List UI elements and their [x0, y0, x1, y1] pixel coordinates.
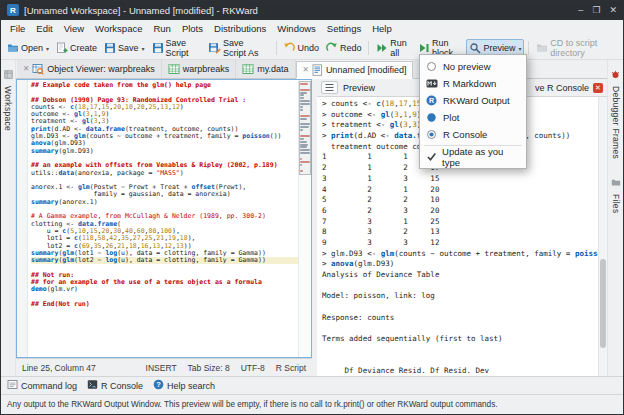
- toolview-button-help-search[interactable]: ?Help search: [153, 379, 215, 392]
- tab-label: warpbreaks: [183, 64, 230, 74]
- preview-menu-item-update-as-you-type[interactable]: Update as you type: [420, 148, 526, 165]
- tab-unnamed-modified[interactable]: ✕Unnamed [modified]: [296, 61, 414, 79]
- folder-gray-icon: [536, 42, 548, 54]
- undo-icon: [283, 42, 295, 54]
- toolbar-button-label: CD to script directory: [550, 38, 617, 58]
- preview-title: Preview: [343, 83, 375, 93]
- insert-mode-indicator[interactable]: INSERT: [146, 363, 177, 373]
- check-icon: [425, 151, 437, 162]
- save-script-button[interactable]: Save Script: [149, 35, 204, 61]
- save-button[interactable]: Save▾: [101, 39, 148, 57]
- menu-item-label: No preview: [443, 61, 491, 72]
- save-as-icon: [208, 42, 221, 54]
- console-line: Response: counts: [322, 313, 598, 324]
- toolbar-button-label: Preview: [483, 43, 515, 53]
- console-line: 6 2 3 20: [322, 206, 598, 217]
- preview-console-caption: ve R Console: [535, 83, 589, 93]
- radio-off-icon: [425, 61, 438, 72]
- toolbar-button-label: Run all: [390, 38, 411, 58]
- rkward-window: R [Unnamed Workspace] - Unnamed [modifie…: [0, 0, 624, 415]
- preview-menu-item-no-preview[interactable]: No preview: [420, 58, 526, 75]
- close-tab-icon[interactable]: ✕: [23, 65, 29, 73]
- menu-windows[interactable]: Windows: [272, 22, 321, 35]
- toolview-button-command-log[interactable]: Command log: [7, 379, 77, 392]
- toolbar-button-label: Redo: [340, 43, 362, 53]
- tab-warpbreaks[interactable]: warpbreaks: [162, 60, 237, 78]
- menu-item-label: R Markdown: [443, 78, 496, 89]
- window-title: [Unnamed Workspace] - Unnamed [modified]…: [24, 5, 258, 16]
- dataframe-icon: [168, 63, 180, 75]
- preview-menu-item-r-console[interactable]: R Console: [420, 126, 526, 143]
- svg-text:R: R: [10, 6, 16, 15]
- chevron-down-icon: ▾: [142, 45, 145, 52]
- toolview-label: Workspace: [3, 86, 13, 131]
- menu-edit[interactable]: Edit: [31, 22, 57, 35]
- preview-menu-item-plot[interactable]: Plot: [420, 109, 526, 126]
- save-script-as-button[interactable]: Save Script As: [205, 35, 272, 61]
- toolview-label: Help search: [167, 381, 215, 391]
- preview-menu-item-r-markdown[interactable]: R Markdown: [420, 75, 526, 92]
- editor-status-bar: Line 25, Column 47 INSERT Tab Size: 8 UT…: [16, 358, 312, 376]
- redo-button[interactable]: Redo: [323, 39, 365, 57]
- minimap-viewport[interactable]: [299, 81, 311, 175]
- toolbar-button-label: Save Script: [166, 38, 201, 58]
- menu-settings[interactable]: Settings: [322, 22, 366, 35]
- preview-menu-item-rkward-output[interactable]: RRKWard Output: [420, 92, 526, 109]
- toolview-label: R Console: [101, 381, 143, 391]
- editor-minimap-scrollbar[interactable]: [298, 80, 311, 357]
- workspace-icon: [4, 65, 13, 83]
- open-button[interactable]: Open▾: [4, 39, 52, 57]
- toolview-button-debugger-frames[interactable]: Debugger Frames: [611, 65, 621, 159]
- console-line: 7 3 1 25: [322, 217, 598, 228]
- close-button[interactable]: ✕: [609, 6, 617, 15]
- rkward-round-icon: R: [425, 95, 438, 106]
- minimize-button[interactable]: –: [578, 6, 583, 15]
- undo-button[interactable]: Undo: [280, 39, 322, 57]
- statusbar: Any output to the RKWard Output Window. …: [1, 394, 623, 414]
- create-button[interactable]: Create: [53, 39, 100, 57]
- scrollbar-handle[interactable]: [600, 259, 606, 348]
- maximize-button[interactable]: ❐: [592, 6, 600, 15]
- menu-view[interactable]: View: [59, 22, 89, 35]
- script-icon: [312, 64, 323, 76]
- toolview-button-r-console[interactable]: R Console: [87, 379, 143, 392]
- editor-gutter[interactable]: [17, 80, 28, 357]
- toolview-button-workspace[interactable]: Workspace: [3, 65, 13, 131]
- tab-my-data[interactable]: my.data: [236, 60, 295, 78]
- cursor-position[interactable]: Line 25, Column 47: [22, 363, 96, 373]
- close-preview-icon[interactable]: ✕: [593, 83, 603, 93]
- help-icon: ?: [153, 379, 164, 392]
- console-line: 3 1 3 15: [322, 174, 598, 185]
- code-area[interactable]: ## Example code taken from the glm() hel…: [28, 80, 298, 357]
- tab-label: Object Viewer: warpbreaks: [47, 64, 154, 74]
- run-block-icon: [418, 42, 430, 54]
- hamburger-menu-icon[interactable]: [321, 81, 338, 94]
- run-all-button[interactable]: Run all: [373, 35, 414, 61]
- menu-distributions[interactable]: Distributions: [209, 22, 271, 35]
- console-line: 8 3 2 13: [322, 227, 598, 238]
- console-line: Terms added sequentially (first to last): [322, 334, 598, 345]
- cd-to-script-directory-button: CD to script directory: [533, 35, 620, 61]
- filetype-selector[interactable]: R Script: [276, 363, 306, 373]
- tab-size-selector[interactable]: Tab Size: 8: [188, 363, 230, 373]
- encoding-selector[interactable]: UTF-8: [241, 363, 265, 373]
- console-scrollbar[interactable]: [598, 97, 607, 376]
- close-tab-icon[interactable]: ✕: [303, 66, 309, 74]
- menu-help[interactable]: Help: [367, 22, 397, 35]
- radio-on-icon: [425, 129, 438, 140]
- menu-plots[interactable]: Plots: [177, 22, 208, 35]
- toolbar-separator: [276, 41, 277, 55]
- toolview-button-files[interactable]: Files: [611, 173, 621, 213]
- toolbar-button-label: Open: [21, 43, 43, 53]
- tab-object-viewer-warpbreaks[interactable]: ✕Object Viewer: warpbreaks: [17, 60, 162, 78]
- toolbar-separator: [528, 41, 529, 55]
- console-line: > glm.D93 <- glm(counts ~ outcome + trea…: [322, 249, 598, 260]
- menu-workspace[interactable]: Workspace: [90, 22, 147, 35]
- toolview-label: Command log: [21, 381, 77, 391]
- toolview-label: Debugger Frames: [611, 86, 621, 159]
- titlebar[interactable]: R [Unnamed Workspace] - Unnamed [modifie…: [1, 1, 623, 20]
- menu-file[interactable]: File: [5, 22, 30, 35]
- console-line: Model: poisson, link: log: [322, 291, 598, 302]
- code-line: demo(glm.vr): [31, 286, 298, 293]
- menu-run[interactable]: Run: [148, 22, 175, 35]
